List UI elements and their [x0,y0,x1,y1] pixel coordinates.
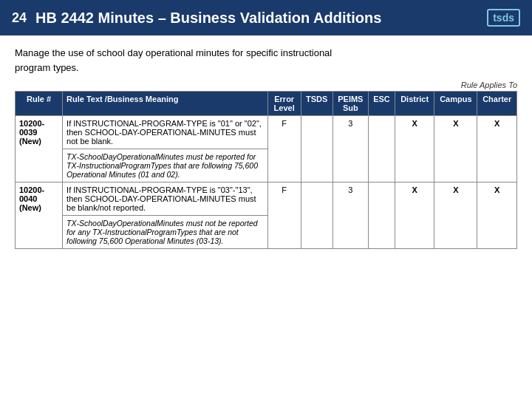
rule-text-main-cell: If INSTRUCTIONAL-PROGRAM-TYPE is "03"-"1… [63,183,268,216]
charter-cell: X [477,116,517,183]
page-header: 24 HB 2442 Minutes – Business Validation… [0,0,532,35]
district-cell: X [395,183,434,249]
rule-num-cell: 10200-0040 (New) [16,183,63,249]
tsds-cell [301,183,332,249]
campus-cell: X [434,116,477,183]
col-header-rule-num: Rule # [16,92,63,116]
col-header-peims: PEIMS Sub [332,92,368,116]
intro-text: Manage the use of school day operational… [0,35,532,81]
error-level-cell: F [267,183,301,249]
table-wrapper: Rule # Rule Text /Business Meaning Error… [0,91,532,264]
col-header-error: Error Level [267,92,301,116]
intro-line1: Manage the use of school day operational… [15,47,332,58]
esc-cell [369,183,395,249]
peims-cell: 3 [332,116,368,183]
table-row: 10200-0040 (New)If INSTRUCTIONAL-PROGRAM… [16,183,517,216]
esc-cell [369,116,395,183]
table-row: 10200-0039 (New)If INSTRUCTIONAL-PROGRAM… [16,116,517,149]
rule-num-cell: 10200-0039 (New) [16,116,63,183]
rule-text-sub-cell: TX-SchoolDayOperationalMinutes must be r… [63,149,268,183]
rule-text-main-cell: If INSTRUCTIONAL-PROGRAM-TYPE is "01" or… [63,116,268,149]
campus-cell: X [434,183,477,249]
col-header-district: District [395,92,434,116]
col-header-esc: ESC [369,92,395,116]
col-header-tsds: TSDS [301,92,332,116]
intro-line2: program types. [15,62,79,73]
col-header-campus: Campus [434,92,477,116]
charter-cell: X [477,183,517,249]
col-header-charter: Charter [477,92,517,116]
error-level-cell: F [267,116,301,183]
tsds-logo: tsds [487,9,520,27]
page-number: 24 [12,10,27,26]
peims-cell: 3 [332,183,368,249]
rules-table: Rule # Rule Text /Business Meaning Error… [15,91,517,249]
table-header-row: Rule # Rule Text /Business Meaning Error… [16,92,517,116]
rule-applies-to-label: Rule Applies To [461,81,517,89]
tsds-cell [301,116,332,183]
col-header-rule-text: Rule Text /Business Meaning [63,92,268,116]
page-title: HB 2442 Minutes – Business Validation Ad… [35,10,487,27]
rule-applies-to-container: Rule Applies To [0,81,532,91]
district-cell: X [395,116,434,183]
rule-text-sub-cell: TX-SchoolDayOperationalMinutes must not … [63,216,268,249]
